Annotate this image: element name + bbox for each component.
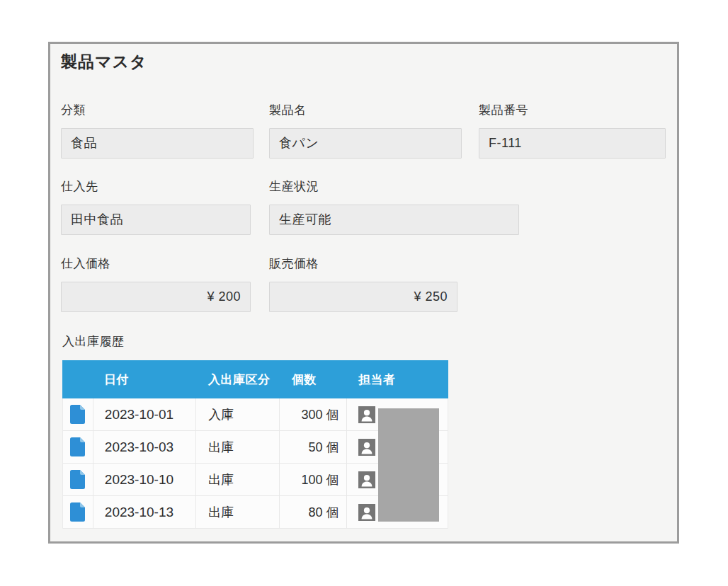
header-type: 入出庫区分	[196, 372, 280, 388]
product-name-input[interactable]: 食パン	[269, 128, 462, 159]
selling-price-input[interactable]: ¥ 250	[269, 282, 457, 312]
header-quantity: 個数	[280, 372, 347, 388]
category-input[interactable]: 食品	[61, 128, 254, 159]
file-icon[interactable]	[70, 405, 85, 424]
production-status-input[interactable]: 生産可能	[269, 205, 519, 235]
cell-date: 2023-10-13	[93, 496, 196, 528]
product-name-label: 製品名	[269, 103, 462, 118]
cell-date: 2023-10-03	[93, 431, 196, 463]
product-number-label: 製品番号	[479, 103, 666, 118]
cell-type: 出庫	[196, 464, 280, 495]
supplier-label: 仕入先	[61, 179, 251, 195]
header-person: 担当者	[347, 372, 448, 388]
supplier-input[interactable]: 田中食品	[61, 205, 251, 235]
person-avatar-icon[interactable]	[358, 471, 375, 488]
field-production-status: 生産状況 生産可能	[269, 179, 519, 235]
person-avatar-icon[interactable]	[358, 406, 375, 423]
product-master-panel: 製品マスタ 分類 食品 製品名 食パン 製品番号 F-111 仕入先 田中食品 …	[48, 42, 679, 544]
history-table-header: 日付 入出庫区分 個数 担当者	[62, 360, 448, 398]
cell-type: 入庫	[196, 398, 280, 430]
history-table: 日付 入出庫区分 個数 担当者 2023-10-01 入庫 300 個	[62, 360, 448, 529]
selling-price-label: 販売価格	[269, 256, 457, 272]
cell-quantity: 100 個	[280, 464, 347, 495]
cell-quantity: 50 個	[280, 431, 347, 463]
product-number-input[interactable]: F-111	[479, 128, 666, 159]
purchase-price-input[interactable]: ¥ 200	[61, 282, 251, 312]
field-supplier: 仕入先 田中食品	[61, 179, 251, 235]
field-category: 分類 食品	[61, 103, 254, 159]
field-product-number: 製品番号 F-111	[479, 103, 666, 159]
file-icon[interactable]	[70, 470, 85, 489]
page-title: 製品マスタ	[61, 51, 147, 73]
purchase-price-label: 仕入価格	[61, 256, 251, 272]
production-status-label: 生産状況	[269, 179, 519, 195]
cell-date: 2023-10-01	[93, 398, 196, 430]
person-avatar-icon[interactable]	[358, 504, 375, 521]
history-section-title: 入出庫履歴	[62, 333, 125, 350]
redacted-person-names	[378, 408, 439, 522]
person-avatar-icon[interactable]	[358, 439, 375, 456]
cell-quantity: 80 個	[280, 496, 347, 528]
field-selling-price: 販売価格 ¥ 250	[269, 256, 457, 312]
field-purchase-price: 仕入価格 ¥ 200	[61, 256, 251, 312]
cell-date: 2023-10-10	[93, 464, 196, 495]
category-label: 分類	[61, 103, 254, 118]
field-product-name: 製品名 食パン	[269, 103, 462, 159]
file-icon[interactable]	[70, 437, 85, 456]
cell-type: 出庫	[196, 431, 280, 463]
file-icon[interactable]	[70, 502, 85, 522]
cell-quantity: 300 個	[280, 398, 347, 430]
header-date: 日付	[93, 372, 196, 388]
cell-type: 出庫	[196, 496, 280, 528]
